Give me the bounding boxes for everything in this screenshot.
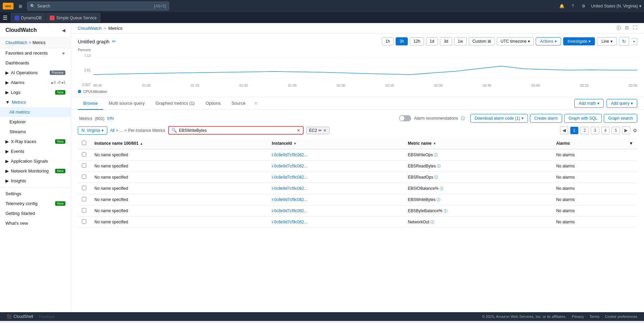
- timezone-button[interactable]: UTC timezone ▾: [497, 37, 534, 45]
- edit-graph-icon[interactable]: ✏: [112, 39, 116, 44]
- row-checkbox-4[interactable]: [82, 197, 86, 201]
- region-selector[interactable]: United States (N. Virginia) ▾: [591, 4, 641, 8]
- dynamodb-tab[interactable]: DynamoDB: [11, 13, 45, 22]
- instance-id-6[interactable]: i-0c8e9d7cf9c082...: [272, 220, 307, 224]
- time-1d-button[interactable]: 1d: [426, 37, 438, 45]
- instance-name-header[interactable]: Instance name 100/601 ▲: [90, 138, 268, 149]
- settings-icon[interactable]: ⚙: [580, 3, 587, 9]
- instance-id-3[interactable]: i-0c8e9d7cf9c082...: [272, 186, 307, 191]
- instance-id-1[interactable]: i-0c8e9d7cf9c082...: [272, 164, 307, 168]
- instance-id-header[interactable]: InstanceId ▼: [268, 138, 404, 149]
- remove-filter-icon[interactable]: ✕: [323, 128, 327, 133]
- alarms-header[interactable]: Alarms ▼: [552, 138, 637, 149]
- sidebar-item-settings[interactable]: Settings: [0, 189, 71, 199]
- breadcrumb-parent-link[interactable]: CloudWatch: [78, 26, 102, 31]
- apps-grid-icon[interactable]: ⊞: [16, 2, 24, 10]
- metric-info-icon-0[interactable]: ⓘ: [434, 153, 438, 157]
- sidebar-item-logs[interactable]: ▶ Logs New: [0, 87, 71, 97]
- sidebar-item-xray[interactable]: ▶ X-Ray traces New: [0, 137, 71, 146]
- tab-options[interactable]: Options: [200, 97, 226, 110]
- all-filter-link[interactable]: All: [110, 128, 114, 133]
- instance-id-5[interactable]: i-0c8e9d7cf9c082...: [272, 208, 307, 213]
- fullscreen-icon[interactable]: ⛶: [633, 25, 637, 31]
- add-query-button[interactable]: Add query ▾: [606, 99, 637, 108]
- sidebar-item-whats-new[interactable]: What's new: [0, 218, 71, 228]
- sidebar-item-events[interactable]: ▶ Events: [0, 146, 71, 156]
- table-settings-icon[interactable]: ⚙: [633, 128, 637, 133]
- global-search-bar[interactable]: 🔍 Search [Alt+S]: [27, 2, 169, 11]
- aws-logo[interactable]: aws: [3, 3, 14, 9]
- tab-source[interactable]: Source: [226, 97, 251, 110]
- search-input[interactable]: [179, 128, 295, 133]
- page-3-button[interactable]: 3: [591, 127, 599, 134]
- row-checkbox-2[interactable]: [82, 175, 86, 179]
- sidebar-item-telemetry[interactable]: Telemetry config New: [0, 199, 71, 208]
- row-checkbox-0[interactable]: [82, 152, 86, 157]
- row-checkbox-3[interactable]: [82, 186, 86, 190]
- refresh-button[interactable]: ↻: [619, 37, 629, 46]
- footer-cookie[interactable]: Cookie preferences: [605, 315, 637, 319]
- investigate-button[interactable]: Investigate ▾: [563, 37, 595, 45]
- edit-filter-icon[interactable]: ✏: [318, 128, 322, 133]
- clear-search-icon[interactable]: ✕: [297, 128, 300, 133]
- sidebar-item-getting-started[interactable]: Getting Started: [0, 208, 71, 218]
- tab-multi-source[interactable]: Multi source query: [103, 97, 150, 110]
- instance-id-2[interactable]: i-0c8e9d7cf9c082...: [272, 175, 307, 180]
- browse-info-link[interactable]: Info: [107, 116, 114, 121]
- sidebar-item-all-metrics[interactable]: All metrics: [0, 107, 71, 117]
- row-checkbox-6[interactable]: [82, 219, 86, 224]
- sqs-tab[interactable]: Simple Queue Service: [46, 13, 100, 22]
- sidebar-item-explorer[interactable]: Explorer: [0, 117, 71, 127]
- sidebar-item-streams[interactable]: Streams: [0, 127, 71, 137]
- sidebar-item-ai-operations[interactable]: ▶ AI Operations Preview: [0, 68, 71, 78]
- sidebar-item-insights[interactable]: ▶ Insights: [0, 176, 71, 186]
- prev-page-button[interactable]: ◀: [560, 126, 568, 134]
- time-3d-button[interactable]: 3d: [440, 37, 452, 45]
- breadcrumb-cloudwatch[interactable]: CloudWatch: [5, 40, 27, 45]
- metric-info-icon-2[interactable]: ⓘ: [434, 175, 438, 179]
- metric-info-icon-4[interactable]: ⓘ: [437, 198, 440, 202]
- row-checkbox-1[interactable]: [82, 163, 86, 168]
- page-4-button[interactable]: 4: [601, 127, 610, 134]
- search-box[interactable]: 🔍 ✕: [168, 126, 304, 135]
- time-12h-button[interactable]: 12h: [410, 37, 424, 45]
- next-page-button[interactable]: ▶: [622, 126, 630, 134]
- sidebar-item-dashboards[interactable]: Dashboards: [0, 58, 71, 68]
- refresh-split-button[interactable]: ▾: [631, 38, 637, 45]
- metric-info-icon-6[interactable]: ⓘ: [430, 220, 434, 224]
- sidebar-collapse-icon[interactable]: ◀: [62, 28, 65, 33]
- page-1-button[interactable]: 1: [570, 127, 579, 134]
- hamburger-icon[interactable]: ☰: [3, 15, 7, 21]
- sidebar-item-favorites[interactable]: Favorites and recents ▶: [0, 48, 71, 58]
- tab-graphed-metrics[interactable]: Graphed metrics (1): [150, 97, 200, 110]
- footer-terms[interactable]: Terms: [590, 315, 600, 319]
- footer-privacy[interactable]: Privacy: [572, 315, 584, 319]
- info-header-icon[interactable]: ⓘ: [617, 25, 621, 31]
- metric-info-icon-5[interactable]: ⓘ: [444, 209, 447, 213]
- metric-info-icon-3[interactable]: ⓘ: [440, 186, 443, 190]
- sidebar-item-network-monitoring[interactable]: ▶ Network Monitoring New: [0, 166, 71, 176]
- metric-info-icon-1[interactable]: ⓘ: [437, 164, 441, 168]
- time-3h-button[interactable]: 3h: [396, 37, 407, 45]
- sidebar-item-metrics[interactable]: ▼ Metrics: [0, 97, 71, 107]
- alarm-rec-toggle[interactable]: [399, 115, 411, 121]
- row-checkbox-5[interactable]: [82, 208, 86, 213]
- sidebar-item-application-signals[interactable]: ▶ Application Signals: [0, 156, 71, 166]
- help-icon[interactable]: ?: [569, 3, 576, 9]
- tab-browse[interactable]: Browse: [78, 97, 103, 110]
- time-1w-button[interactable]: 1w: [454, 37, 467, 45]
- region-filter-button[interactable]: N. Virginia ▾: [78, 126, 107, 135]
- chart-type-button[interactable]: Line ▾: [597, 37, 617, 45]
- graph-sql-button[interactable]: Graph with SQL: [564, 114, 602, 123]
- download-alarm-code-button[interactable]: Download alarm code (1) ▾: [470, 114, 528, 123]
- select-all-checkbox[interactable]: [82, 141, 86, 145]
- time-1h-button[interactable]: 1h: [382, 37, 394, 45]
- notifications-icon[interactable]: 🔔: [558, 3, 565, 9]
- page-5-button[interactable]: 5: [612, 127, 620, 134]
- instance-id-0[interactable]: i-0c8e9d7cf9c082...: [272, 153, 307, 157]
- page-2-button[interactable]: 2: [580, 127, 589, 134]
- instance-id-4[interactable]: i-0c8e9d7cf9c082...: [272, 197, 307, 202]
- create-alarm-button[interactable]: Create alarm: [530, 114, 562, 123]
- actions-button[interactable]: Actions ▾: [536, 37, 561, 45]
- cloudshell-button[interactable]: ⬛ CloudShell: [7, 314, 33, 319]
